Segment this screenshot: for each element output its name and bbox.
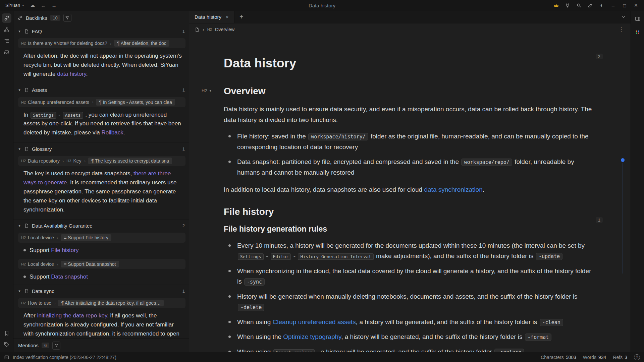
- dock-bookmark-button[interactable]: [2, 328, 11, 338]
- chevron-down-icon[interactable]: ▾: [17, 147, 21, 151]
- rich-chip: ¶ The key is used to encrypt data sna: [88, 158, 172, 164]
- theme-icon: ◐: [600, 2, 603, 8]
- more-options-icon[interactable]: ⋮: [617, 26, 625, 33]
- scroll-position-indicator: [621, 158, 625, 274]
- crown-icon: [553, 3, 559, 8]
- backlink-excerpt[interactable]: Support Data snapshot: [13, 272, 189, 285]
- document: Data history 2 H2 ▾ Overview Data histor…: [224, 36, 596, 352]
- chevron-down-icon[interactable]: ▾: [17, 88, 21, 92]
- dock-plugin-button[interactable]: [633, 27, 642, 37]
- inline-ref-link[interactable]: data history: [57, 71, 86, 77]
- document-icon: [24, 223, 29, 228]
- doc-list-item[interactable]: Data snapshot: partitioned by file, encr…: [224, 157, 596, 178]
- mentions-filter-button[interactable]: [52, 342, 60, 350]
- backlink-excerpt[interactable]: The key is used to encrypt data snapshot…: [13, 168, 189, 219]
- workspace-menu[interactable]: SiYuan ▾: [3, 2, 26, 9]
- backlink-breadcrumb[interactable]: H2Is there any #Note# for deleting docs?…: [18, 38, 185, 48]
- rich-sep: ›: [92, 100, 93, 105]
- inline-ref-link[interactable]: initializing the data repo key: [37, 312, 107, 319]
- backlinks-filter-button[interactable]: [63, 14, 71, 22]
- backlink-doc-row[interactable]: ▾ Glossary 1: [13, 142, 189, 155]
- backlink-doc-row[interactable]: ▾ Data Availability Guarantee 2: [13, 219, 189, 232]
- collapse-triangle-icon[interactable]: ▾: [210, 89, 211, 93]
- backlink-doc-row[interactable]: ▾ Data sync 1: [13, 285, 189, 297]
- rich-badge: H2: [21, 301, 26, 305]
- inline-ref-link[interactable]: data synchronization: [424, 186, 482, 193]
- edit-mode-button[interactable]: [585, 1, 596, 10]
- block-ref-badge[interactable]: 1: [596, 217, 603, 223]
- forward-icon[interactable]: →: [49, 1, 59, 10]
- back-icon[interactable]: ←: [39, 1, 48, 10]
- backlink-doc-row[interactable]: ▾ FAQ 1: [13, 25, 189, 37]
- tab-data-history[interactable]: Data history ×: [189, 11, 234, 23]
- help-button[interactable]: ?: [634, 354, 640, 360]
- backlink-excerpt[interactable]: Support File history: [13, 245, 189, 258]
- backlink-excerpt[interactable]: After deletion, the doc will not appear …: [13, 51, 189, 84]
- rich-kbd: History Generation Interval: [298, 253, 373, 260]
- inline-ref-link[interactable]: Optimize typography: [283, 333, 341, 340]
- dock-outline-button[interactable]: [2, 36, 11, 46]
- doc-list-item[interactable]: When synchronizing in the cloud, the loc…: [224, 266, 596, 287]
- dock-tag-button[interactable]: [2, 340, 11, 349]
- rich-code: -format: [525, 334, 551, 341]
- doc-list-item[interactable]: Every 10 minutes, a history will be gene…: [224, 240, 596, 261]
- doc-h2-overview[interactable]: Overview: [224, 86, 596, 97]
- plugin-colored-icon: [635, 29, 641, 35]
- rich-text: -: [57, 112, 62, 118]
- membership-crown-button[interactable]: [551, 1, 561, 10]
- backlink-breadcrumb[interactable]: H2Data repository›H3Key›¶ The key is use…: [18, 156, 185, 166]
- new-tab-button[interactable]: +: [234, 11, 249, 23]
- inline-ref-link[interactable]: Data snapshot: [51, 274, 88, 280]
- plugin-button[interactable]: [562, 1, 573, 10]
- backlinks-count-badge: 10: [50, 15, 60, 21]
- backlink-excerpt[interactable]: In Settings - Assets , you can clean up …: [13, 110, 189, 143]
- dock-graph-button[interactable]: [2, 25, 11, 34]
- close-button[interactable]: ×: [631, 1, 641, 10]
- inline-ref-link[interactable]: Cleanup unreferenced assets: [273, 318, 356, 325]
- dock-inbox-button[interactable]: [2, 48, 11, 57]
- minimize-button[interactable]: –: [608, 1, 619, 10]
- backlink-breadcrumb[interactable]: H2Cleanup unreferenced assets›¶ In Setti…: [18, 97, 185, 107]
- doc-h2-file-history[interactable]: File history: [224, 206, 596, 217]
- backlink-excerpt[interactable]: After initializing the data repo key, if…: [13, 310, 189, 339]
- chevron-down-icon[interactable]: ▾: [17, 224, 21, 228]
- mentions-bar[interactable]: Mentions 6: [13, 339, 189, 352]
- dock-panel-layout-button[interactable]: [633, 14, 642, 23]
- backlink-doc-row[interactable]: ▾ Assets 1: [13, 84, 189, 96]
- rich-sep: ›: [84, 159, 86, 164]
- maximize-button[interactable]: □: [619, 1, 630, 10]
- backlink-breadcrumb[interactable]: H2How to use›¶ After initializing the da…: [18, 298, 185, 308]
- editor-breadcrumb: › H2 Overview ⋮: [189, 23, 631, 36]
- search-button[interactable]: [574, 1, 584, 10]
- rich-text: When synchronizing in the cloud, the loc…: [237, 267, 591, 285]
- doc-list-item[interactable]: When using Search replace , a history wi…: [224, 347, 596, 352]
- document-icon[interactable]: [195, 27, 200, 32]
- backlink-breadcrumb[interactable]: H2Local device›≡ Support File history: [18, 233, 185, 243]
- backlink-breadcrumb[interactable]: H2Local device›≡ Support Data snapshot: [18, 259, 185, 269]
- tab-close-icon[interactable]: ×: [226, 14, 229, 20]
- heading-gutter[interactable]: H2 ▾: [202, 88, 211, 93]
- breadcrumb-heading-label[interactable]: Overview: [215, 27, 234, 32]
- doc-list-item[interactable]: History will be generated when manually …: [224, 291, 596, 312]
- doc-list-item[interactable]: File history: saved in the workspace/his…: [224, 131, 596, 152]
- cloud-sync-icon[interactable]: ☁: [28, 1, 37, 10]
- doc-paragraph[interactable]: In addition to local data history, data …: [224, 184, 596, 195]
- theme-mode-button[interactable]: ◐: [596, 1, 607, 10]
- doc-list-item[interactable]: When using Cleanup unreferenced assets, …: [224, 317, 596, 327]
- inline-ref-link[interactable]: File history: [51, 247, 78, 253]
- dock-backlinks-button[interactable]: [2, 13, 11, 23]
- heading-row-file-history: File history 1: [224, 206, 596, 217]
- inline-ref-link[interactable]: Rollback: [101, 129, 123, 136]
- mentions-count-badge: 6: [42, 343, 49, 348]
- doc-list-item[interactable]: When using the Optimize typography, a hi…: [224, 331, 596, 342]
- chevron-down-icon[interactable]: ▾: [17, 289, 21, 293]
- rich-text: When using the: [237, 333, 283, 340]
- tab-list-chevron-button[interactable]: [616, 11, 631, 23]
- doc-title[interactable]: Data history 2: [224, 56, 596, 70]
- doc-paragraph[interactable]: Data history is mainly used to ensure da…: [224, 104, 596, 125]
- scroll-indicator-dot[interactable]: [621, 158, 625, 162]
- document-scroll-area[interactable]: Data history 2 H2 ▾ Overview Data histor…: [189, 36, 631, 352]
- doc-h3-generation-rules[interactable]: File history generation rules: [224, 225, 596, 234]
- block-ref-badge[interactable]: 2: [596, 54, 603, 59]
- chevron-down-icon[interactable]: ▾: [17, 29, 21, 34]
